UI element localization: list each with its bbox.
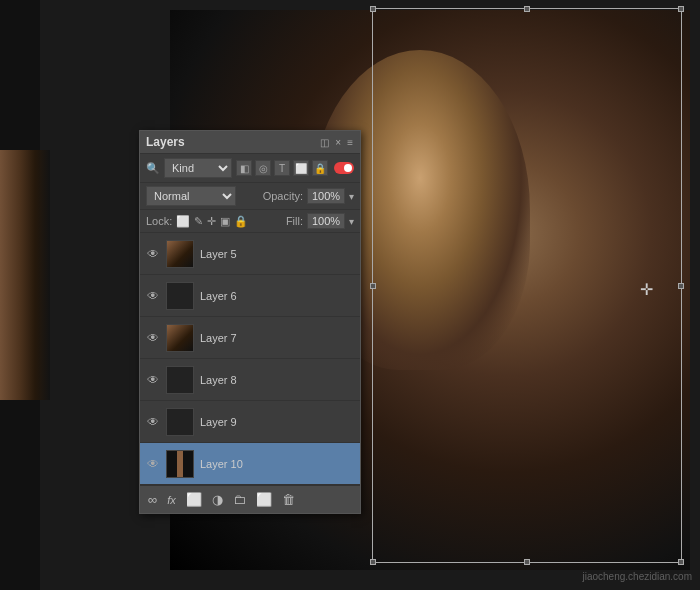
filter-shape-icon[interactable]: ⬜ bbox=[293, 160, 309, 176]
layer-visibility-icon[interactable]: 👁 bbox=[146, 331, 160, 345]
layer-item[interactable]: 👁 Layer 6 bbox=[140, 275, 360, 317]
layer-thumbnail bbox=[166, 240, 194, 268]
lock-pixels-icon[interactable]: ⬜ bbox=[176, 215, 190, 228]
filter-toggle[interactable] bbox=[334, 162, 354, 174]
opacity-arrow[interactable]: ▾ bbox=[349, 191, 354, 202]
adjustment-layer-icon[interactable]: ◑ bbox=[210, 490, 225, 509]
blend-mode-row: Normal Opacity: 100% ▾ bbox=[140, 183, 360, 210]
layer-thumbnail bbox=[166, 408, 194, 436]
fill-arrow[interactable]: ▾ bbox=[349, 216, 354, 227]
layers-list: 👁 Layer 5 👁 Layer 6 👁 Layer 7 👁 Layer 8 … bbox=[140, 233, 360, 485]
panel-close-button[interactable]: × bbox=[334, 136, 342, 149]
layers-panel: Layers ◫ × ≡ 🔍 Kind ◧ ◎ T ⬜ 🔒 Normal Opa… bbox=[139, 130, 361, 514]
watermark: jiaocheng.chezidian.com bbox=[582, 571, 692, 582]
panel-toolbar: ∞ fx ⬜ ◑ 🗀 ⬜ 🗑 bbox=[140, 485, 360, 513]
layer-name: Layer 8 bbox=[200, 374, 354, 386]
move-cursor-icon: ✛ bbox=[640, 280, 653, 299]
layer-thumbnail bbox=[166, 324, 194, 352]
filter-adjust-icon[interactable]: ◎ bbox=[255, 160, 271, 176]
fill-value[interactable]: 100% bbox=[307, 213, 345, 229]
layer-name: Layer 5 bbox=[200, 248, 354, 260]
link-layers-icon[interactable]: ∞ bbox=[146, 490, 159, 509]
layer-item[interactable]: 👁 Layer 9 bbox=[140, 401, 360, 443]
new-layer-mask-icon[interactable]: ⬜ bbox=[184, 490, 204, 509]
lock-all-icon[interactable]: ▣ bbox=[220, 215, 230, 228]
blend-mode-select[interactable]: Normal bbox=[146, 186, 236, 206]
panel-header-icons: ◫ × ≡ bbox=[319, 136, 354, 149]
panel-title: Layers bbox=[146, 135, 185, 149]
fill-label: Fill: bbox=[286, 215, 303, 227]
fx-icon[interactable]: fx bbox=[165, 492, 178, 508]
panel-pin-button[interactable]: ◫ bbox=[319, 136, 330, 149]
layer-visibility-icon[interactable]: 👁 bbox=[146, 247, 160, 261]
filter-pixel-icon[interactable]: ◧ bbox=[236, 160, 252, 176]
layer-visibility-icon[interactable]: 👁 bbox=[146, 415, 160, 429]
filter-row: 🔍 Kind ◧ ◎ T ⬜ 🔒 bbox=[140, 154, 360, 183]
layer-name: Layer 6 bbox=[200, 290, 354, 302]
layer-item[interactable]: 👁 Layer 5 bbox=[140, 233, 360, 275]
filter-type-icon[interactable]: T bbox=[274, 160, 290, 176]
new-group-icon[interactable]: 🗀 bbox=[231, 490, 248, 509]
panel-header[interactable]: Layers ◫ × ≡ bbox=[140, 131, 360, 154]
kind-select[interactable]: Kind bbox=[164, 158, 232, 178]
filter-icons: ◧ ◎ T ⬜ 🔒 bbox=[236, 160, 328, 176]
layer-visibility-icon[interactable]: 👁 bbox=[146, 289, 160, 303]
opacity-value[interactable]: 100% bbox=[307, 188, 345, 204]
layer-name: Layer 9 bbox=[200, 416, 354, 428]
left-face-partial bbox=[0, 150, 50, 400]
lock-move-icon[interactable]: ✛ bbox=[207, 215, 216, 228]
layer-item[interactable]: 👁 Layer 7 bbox=[140, 317, 360, 359]
opacity-label: Opacity: bbox=[263, 190, 303, 202]
fill-area: Fill: 100% ▾ bbox=[286, 213, 354, 229]
layer-thumbnail bbox=[166, 282, 194, 310]
search-icon: 🔍 bbox=[146, 162, 160, 175]
opacity-row: Opacity: 100% ▾ bbox=[263, 188, 354, 204]
delete-layer-icon[interactable]: 🗑 bbox=[280, 490, 297, 509]
layer-item[interactable]: 👁 Layer 10 bbox=[140, 443, 360, 485]
lock-row: Lock: ⬜ ✎ ✛ ▣ 🔒 Fill: 100% ▾ bbox=[140, 210, 360, 233]
lock-draw-icon[interactable]: ✎ bbox=[194, 215, 203, 228]
layer-visibility-icon[interactable]: 👁 bbox=[146, 373, 160, 387]
layer-thumbnail bbox=[166, 450, 194, 478]
layer-thumbnail bbox=[166, 366, 194, 394]
lock-artboards-icon[interactable]: 🔒 bbox=[234, 215, 248, 228]
lock-label: Lock: bbox=[146, 215, 172, 227]
layer-name: Layer 7 bbox=[200, 332, 354, 344]
lock-icons: ⬜ ✎ ✛ ▣ 🔒 bbox=[176, 215, 248, 228]
panel-menu-button[interactable]: ≡ bbox=[346, 136, 354, 149]
layer-name: Layer 10 bbox=[200, 458, 354, 470]
filter-smart-icon[interactable]: 🔒 bbox=[312, 160, 328, 176]
layer-item[interactable]: 👁 Layer 8 bbox=[140, 359, 360, 401]
new-layer-icon[interactable]: ⬜ bbox=[254, 490, 274, 509]
layer-visibility-icon[interactable]: 👁 bbox=[146, 457, 160, 471]
